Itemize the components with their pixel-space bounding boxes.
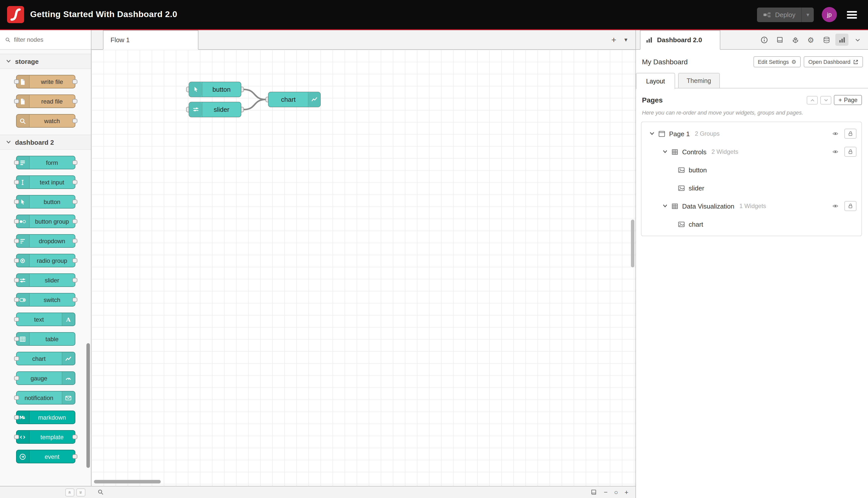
flow-svg[interactable]: button slider xyxy=(91,50,636,486)
tab-theming[interactable]: Theming xyxy=(678,73,720,88)
palette-category-dashboard-2[interactable]: dashboard 2 xyxy=(0,135,91,150)
expand-categories-button[interactable]: » xyxy=(76,488,85,496)
palette-node-dropdown[interactable]: dropdown xyxy=(16,234,75,248)
zoom-reset-button[interactable]: ○ xyxy=(614,489,618,496)
palette-node-gauge[interactable]: gauge xyxy=(16,371,75,385)
node-input-port xyxy=(14,415,19,420)
node-label: template xyxy=(29,431,75,443)
navigator-book-icon[interactable] xyxy=(590,489,597,496)
move-page-down-button[interactable] xyxy=(820,96,831,104)
palette-node-event[interactable]: event xyxy=(16,450,75,463)
palette-node-template[interactable]: template xyxy=(16,430,75,444)
visibility-button[interactable] xyxy=(830,149,841,155)
lock-button[interactable] xyxy=(844,129,856,139)
config-tab-button[interactable]: ⚙ xyxy=(804,34,817,46)
search-icon xyxy=(97,489,104,496)
add-flow-button[interactable]: + xyxy=(611,36,616,44)
database-icon xyxy=(823,36,830,43)
canvas-vertical-scrollbar[interactable] xyxy=(631,220,635,267)
main-menu-button[interactable] xyxy=(845,9,859,21)
editor-footer: « » − ○ + xyxy=(0,486,636,498)
palette-node-markdown[interactable]: M markdown xyxy=(16,410,75,424)
dashboard-actions: Edit Settings ⚙ Open Dashboard xyxy=(753,56,863,67)
sidebar-more-button[interactable] xyxy=(851,34,864,46)
palette-node-text[interactable]: A text xyxy=(16,313,75,326)
tree-row-widget-slider[interactable]: slider xyxy=(641,179,862,197)
tree-row-controls[interactable]: Controls 2 Widgets xyxy=(641,143,862,161)
sidebar-icon-buttons: ⚙ xyxy=(758,30,868,49)
bar-chart-icon xyxy=(645,36,653,44)
palette-node-button-group[interactable]: button group xyxy=(16,214,75,228)
lock-button[interactable] xyxy=(844,201,856,211)
flow-list-button[interactable]: ▾ xyxy=(624,36,627,43)
tab-flow-1[interactable]: Flow 1 xyxy=(103,30,198,50)
node-output-port xyxy=(72,239,77,243)
user-avatar[interactable]: jp xyxy=(822,7,837,22)
context-tab-button[interactable] xyxy=(820,34,833,46)
palette-node-switch[interactable]: switch xyxy=(16,293,75,306)
palette-footer-controls: « » xyxy=(0,488,91,496)
zoom-out-button[interactable]: − xyxy=(604,489,607,496)
tree-row-widget-chart[interactable]: chart xyxy=(641,215,862,233)
wire-slider-to-chart[interactable] xyxy=(244,100,266,109)
palette-category-storage[interactable]: storage xyxy=(0,54,91,69)
info-tab-button[interactable] xyxy=(758,34,771,46)
palette-node-slider[interactable]: slider xyxy=(16,273,75,287)
palette-node-chart[interactable]: chart xyxy=(16,352,75,365)
tree-row-widget-button[interactable]: button xyxy=(641,161,862,179)
collapse-toggle[interactable] xyxy=(663,150,668,154)
left-area: storage write file read file xyxy=(0,30,636,498)
palette-scroll-area[interactable]: storage write file read file xyxy=(0,50,91,486)
info-icon xyxy=(760,36,768,43)
deploy-button[interactable]: Deploy ▾ xyxy=(757,7,814,22)
deploy-button-main[interactable]: Deploy xyxy=(757,7,801,22)
lock-button[interactable] xyxy=(844,147,856,157)
chevron-down-icon xyxy=(663,150,668,154)
palette-node-watch[interactable]: watch xyxy=(16,114,75,128)
palette-node-table[interactable]: table xyxy=(16,332,75,346)
move-page-up-button[interactable] xyxy=(807,96,818,104)
edit-settings-button[interactable]: Edit Settings ⚙ xyxy=(753,56,801,67)
add-page-label: Page xyxy=(844,97,857,103)
help-tab-button[interactable] xyxy=(773,34,786,46)
node-label: table xyxy=(29,333,75,345)
page-title: Getting Started With Dashboard 2.0 xyxy=(30,10,177,19)
avatar-initials: jp xyxy=(827,11,832,18)
deploy-options-caret[interactable]: ▾ xyxy=(801,7,814,22)
open-dashboard-button[interactable]: Open Dashboard xyxy=(804,56,863,67)
node-input-port xyxy=(14,435,19,439)
flow-node-slider[interactable]: slider xyxy=(186,102,244,117)
flow-node-button[interactable]: button xyxy=(186,82,244,97)
palette-filter-input[interactable] xyxy=(14,36,86,43)
palette-node-button[interactable]: button xyxy=(16,195,75,209)
widget-icon xyxy=(678,166,685,174)
palette-scrollbar[interactable] xyxy=(86,343,90,468)
search-flows-button[interactable] xyxy=(97,489,104,496)
palette-node-radio-group[interactable]: radio group xyxy=(16,254,75,267)
visibility-button[interactable] xyxy=(830,131,841,137)
tab-layout[interactable]: Layout xyxy=(636,73,675,89)
palette-node-notification[interactable]: notification xyxy=(16,391,75,405)
node-output-port xyxy=(72,119,77,123)
tab-dashboard-2[interactable]: Dashboard 2.0 xyxy=(640,30,720,50)
palette-node-write-file[interactable]: write file xyxy=(16,75,75,89)
collapse-categories-button[interactable]: « xyxy=(65,488,74,496)
collapse-toggle[interactable] xyxy=(663,204,668,208)
canvas-horizontal-scrollbar[interactable] xyxy=(94,480,161,483)
wire-button-to-chart[interactable] xyxy=(244,90,266,100)
visibility-button[interactable] xyxy=(830,203,841,209)
palette-node-form[interactable]: form xyxy=(16,156,75,169)
tree-row-page-1[interactable]: Page 1 2 Groups xyxy=(641,124,862,143)
flow-canvas[interactable]: button slider xyxy=(91,50,636,486)
zoom-in-button[interactable]: + xyxy=(625,489,628,496)
dashboard-tab-button[interactable] xyxy=(835,34,849,46)
debug-tab-button[interactable] xyxy=(789,34,802,46)
node-label: write file xyxy=(29,75,75,88)
palette-node-text-input[interactable]: text input xyxy=(16,175,75,189)
add-page-button[interactable]: + Page xyxy=(834,95,862,105)
collapse-toggle[interactable] xyxy=(650,132,655,136)
palette-node-read-file[interactable]: read file xyxy=(16,94,75,108)
flow-node-chart[interactable]: chart xyxy=(266,92,320,107)
tree-row-data-visualization[interactable]: Data Visualization 1 Widgets xyxy=(641,197,862,215)
svg-text:A: A xyxy=(66,316,70,323)
